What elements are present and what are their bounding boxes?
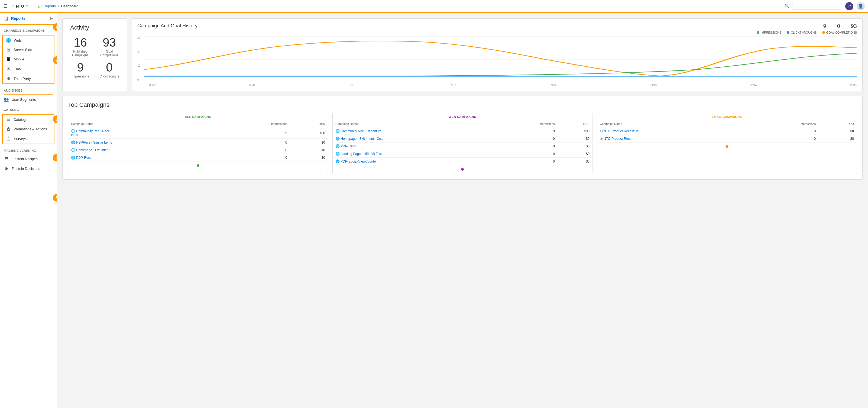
all-campaigns-table: ALL CAMPAIGNS Campaign Name Impressions …: [68, 113, 328, 174]
sidebar-item-third-party[interactable]: ⚙ Third Party: [3, 74, 54, 84]
impressions-cell: 0: [220, 154, 290, 161]
activity-title: Activity: [70, 24, 120, 31]
avatar-icon[interactable]: 👤: [857, 2, 865, 10]
impressions-cell: 0: [220, 139, 290, 146]
col-name-all: Campaign Name: [68, 121, 220, 127]
catalog-group: ☰ Catalog 🖼 Promotions & Actions 📋 Surve…: [2, 114, 55, 144]
web-campaign-icon: 🌐: [71, 148, 75, 152]
campaign-name-cell: 🌐 PDP-Recs: [333, 143, 494, 150]
campaign-link[interactable]: Homepage - Exit Intent - Co...: [341, 137, 383, 140]
table-row: 🌐 PDP-Recs 0 $0: [68, 154, 328, 161]
top-campaigns-title: Top Campaigns: [68, 101, 857, 108]
goal-dot: [822, 31, 825, 34]
search-icon[interactable]: 🔍: [784, 3, 790, 9]
sidebar-item-einstein-recipes[interactable]: ☰ Einstein Recipes: [0, 154, 57, 164]
rpu-cell: $0: [290, 154, 328, 161]
table-row: 🌐 Homepage - Exit Intent - Co... 0 $0: [333, 135, 592, 143]
table-row: ✉ NTO-Product-Recs 0 $0: [597, 135, 857, 143]
sidebar-item-catalog-label: Catalog: [13, 118, 26, 122]
sidebar-item-mobile[interactable]: 📱 Mobile: [3, 54, 54, 64]
dropdown-icon: ▼: [26, 5, 28, 8]
all-campaigns-dot: [197, 164, 199, 167]
table-row: 🌐 PDP-Recs 0 $0: [333, 143, 592, 150]
goal-label: GOAL COMPLETIONS: [826, 31, 857, 34]
web-campaign-icon: 🌐: [335, 129, 340, 133]
campaign-link[interactable]: PDP-Social-ViewCounter: [341, 160, 377, 163]
campaign-link[interactable]: NBPRecs - Similar Items: [76, 140, 112, 145]
sidebar-item-surveys[interactable]: 📋 Surveys: [3, 134, 54, 144]
rpu-cell: $0: [290, 146, 328, 154]
email-campaigns-data: Campaign Name Impressions RPU ✉ NTO-Prod…: [597, 121, 857, 143]
hamburger-icon[interactable]: ☰: [3, 3, 8, 9]
ml-section-label: MACHINE LEARNING: [0, 145, 57, 154]
search-input[interactable]: [792, 3, 841, 9]
campaign-link[interactable]: PDP-Recs: [76, 156, 91, 160]
rpu-cell: $0: [818, 135, 857, 143]
col-name-email: Campaign Name: [597, 121, 748, 127]
chart-title: Campaign And Goal History: [137, 23, 197, 29]
chart-card: Campaign And Goal History 9 0 93: [132, 19, 863, 91]
campaign-link[interactable]: PDP-Recs: [341, 145, 356, 148]
sidebar-item-third-party-label: Third Party: [13, 77, 31, 81]
chart-header: Campaign And Goal History 9 0 93: [137, 23, 857, 34]
campaign-link[interactable]: NTO-Product-Recs w/ b...: [603, 129, 641, 133]
stat-impressions: 9 Impressions: [70, 62, 91, 78]
topbar: ☰ ≡ NTO ▼ 📊 Reports > Dashboard 🔍 🛡 👤: [0, 0, 868, 13]
impressions-cell: 0: [494, 135, 557, 143]
rpu-cell: $0: [558, 143, 592, 150]
chart-svg-container: 09/0809/0909/1009/1109/1209/1309/1409/15: [144, 36, 857, 87]
campaign-link[interactable]: NTO-Product-Recs: [603, 137, 631, 140]
shield-icon[interactable]: 🛡: [845, 2, 854, 10]
stat-goal-label: GoalCompletions: [99, 50, 120, 57]
clickthroughs-label: CLICKTHROUGHS: [791, 31, 816, 34]
campaign-link[interactable]: Community Rec - Recent Ite...: [341, 129, 384, 133]
table-row: ✉ NTO-Product-Recs w/ b... 0 $0: [597, 127, 857, 135]
top-section: Activity 16 PublishedCampaigns 93 GoalCo…: [62, 19, 863, 91]
sidebar-item-web[interactable]: 🌐 Web: [3, 35, 54, 45]
catalog-section-label: CATALOG: [0, 104, 57, 113]
impressions-cell: 0: [494, 143, 557, 150]
impressions-cell: 0: [494, 150, 557, 158]
web-campaigns-title: WEB CAMPAIGNS: [333, 113, 592, 121]
audiences-section-label: AUDIENCES: [0, 85, 57, 94]
breadcrumb-link[interactable]: Reports: [43, 4, 56, 8]
impressions-dot: [757, 31, 760, 34]
legend-clickthroughs: CLICKTHROUGHS: [787, 31, 816, 34]
sidebar-item-user-segments[interactable]: 👥 User Segments: [0, 95, 57, 104]
sidebar-item-promotions[interactable]: 🖼 Promotions & Actions: [3, 124, 54, 134]
impressions-cell: 0: [220, 146, 290, 154]
sidebar-item-einstein-recipes-label: Einstein Recipes: [11, 157, 38, 161]
channels-group: 🌐 Web ▦ Server-Side 📱 Mobile ✉ Email ⚙ T…: [2, 35, 55, 84]
sidebar-item-einstein-decisions-label: Einstein Decisions: [11, 167, 40, 171]
web-campaign-icon: 🌐: [335, 152, 340, 156]
web-campaign-icon: 🌐: [71, 156, 75, 160]
sidebar-item-reports[interactable]: 📊 Reports ▶: [0, 13, 57, 24]
einstein-recipes-icon: ☰: [4, 156, 9, 161]
sidebar: 1 📊 Reports ▶ CHANNELS & CAMPAIGNS 2 🌐 W…: [0, 13, 57, 408]
campaign-name-cell: 🌐 Community Rec - Rece...tents: [68, 127, 220, 139]
campaign-link[interactable]: Homepage - Exit Intent...: [76, 148, 112, 152]
stat-impressions-number: 9: [70, 62, 91, 73]
impressions-label: IMPRESSIONS: [761, 31, 781, 34]
org-selector[interactable]: ≡ NTO ▼: [12, 4, 28, 9]
sidebar-item-email[interactable]: ✉ Email: [3, 64, 54, 74]
sidebar-item-einstein-decisions[interactable]: ⚙ Einstein Decisions: [0, 164, 57, 174]
campaign-link[interactable]: Community Rec - Rece...tents: [71, 129, 113, 137]
web-campaigns-footer: [333, 165, 592, 174]
web-campaign-icon: 🌐: [71, 140, 75, 145]
impressions-cell: 9: [220, 127, 290, 139]
sidebar-item-server-side[interactable]: ▦ Server-Side: [3, 45, 54, 54]
web-campaigns-dot: [461, 168, 464, 171]
stat-impressions-label: Impressions: [70, 74, 91, 78]
sidebar-item-server-side-label: Server-Side: [13, 48, 32, 52]
sidebar-item-catalog[interactable]: ☰ Catalog: [3, 115, 54, 124]
campaign-link[interactable]: Landing Page - URL AB Test: [341, 152, 382, 156]
breadcrumb-current: Dashboard: [61, 4, 79, 8]
web-icon: 🌐: [6, 38, 11, 43]
campaign-name-cell: 🌐 Homepage - Exit Intent...: [68, 146, 220, 154]
stat-published-label: PublishedCampaigns: [70, 50, 91, 57]
col-name-web: Campaign Name: [333, 121, 494, 127]
chevron-right-icon: ▶: [51, 17, 53, 20]
third-party-icon: ⚙: [6, 76, 11, 81]
rpu-cell: $90: [290, 127, 328, 139]
